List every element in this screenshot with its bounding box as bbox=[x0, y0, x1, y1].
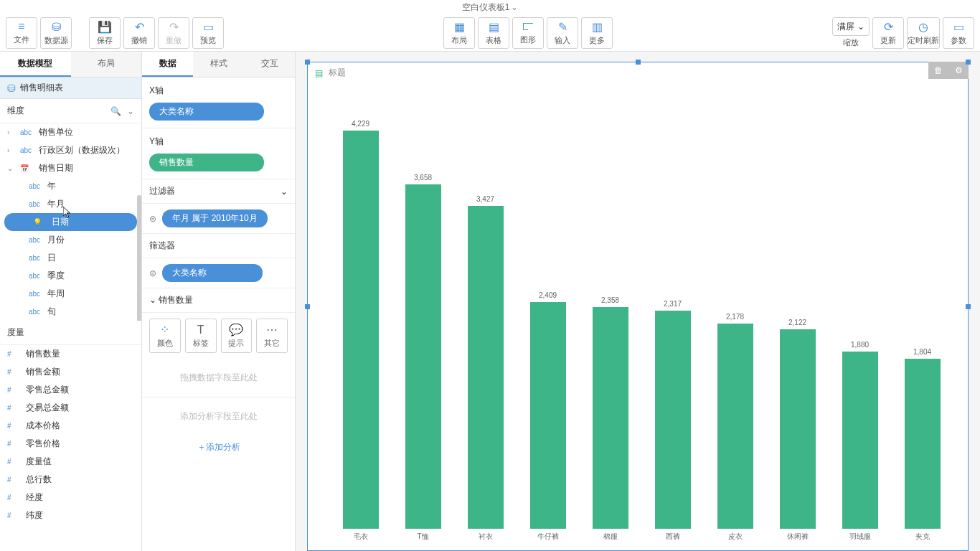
bar[interactable] bbox=[405, 184, 441, 529]
field-label: 经度 bbox=[26, 491, 43, 504]
bar-column: 1,804夹克 bbox=[891, 105, 953, 529]
dimension-item[interactable]: abc日 bbox=[0, 249, 141, 267]
dimension-item[interactable]: abc年 bbox=[0, 177, 141, 195]
xaxis-field-pill[interactable]: 大类名称 bbox=[149, 103, 264, 121]
more-button[interactable]: ▥更多 bbox=[581, 17, 613, 49]
other-box[interactable]: ⋯其它 bbox=[256, 319, 288, 353]
tooltip-box[interactable]: 💬提示 bbox=[221, 319, 253, 353]
filter-section-header[interactable]: 过滤器⌄ bbox=[142, 179, 295, 204]
canvas-area[interactable]: 🗑 ⚙ ▤ 标题 4,229毛衣3,658T恤3,427衬衣2,409牛仔裤2,… bbox=[296, 52, 980, 551]
dimension-item[interactable]: abc年月 bbox=[0, 195, 141, 213]
refresh-icon: ⟳ bbox=[884, 20, 893, 34]
input-button[interactable]: ✎输入 bbox=[547, 17, 578, 49]
bar-category-label: 皮衣 bbox=[728, 532, 743, 542]
field-label: 销售金额 bbox=[26, 366, 60, 378]
refresh-button[interactable]: ⟳更新 bbox=[872, 17, 904, 49]
field-label: 销售数量 bbox=[26, 348, 60, 360]
measure-item[interactable]: #经度 bbox=[0, 489, 141, 507]
chevron-down-icon: ⌄ bbox=[857, 22, 864, 32]
field-type-icon: 📅 bbox=[20, 164, 34, 172]
undo-button[interactable]: ↶撤销 bbox=[123, 17, 155, 49]
window-title[interactable]: 空白仪表板1⌄ bbox=[0, 0, 980, 14]
zoom-select[interactable]: 满屏⌄ bbox=[832, 17, 870, 36]
measure-item[interactable]: #交易总金额 bbox=[0, 399, 141, 417]
series-header[interactable]: ⌄ 销售数量 bbox=[142, 288, 295, 313]
label-box[interactable]: T标签 bbox=[185, 319, 217, 353]
bar-column: 2,122休闲裤 bbox=[766, 105, 829, 529]
search-icon[interactable]: 🔍 bbox=[110, 106, 121, 116]
layout-button[interactable]: ▦布局 bbox=[443, 17, 475, 49]
resize-handle[interactable] bbox=[966, 304, 971, 309]
field-type-icon: abc bbox=[20, 146, 34, 154]
bar[interactable] bbox=[655, 311, 691, 529]
dimension-item[interactable]: ⌄📅销售日期 bbox=[0, 159, 141, 177]
measure-item[interactable]: #零售价格 bbox=[0, 435, 141, 453]
tab-style[interactable]: 样式 bbox=[193, 52, 244, 77]
graphic-button[interactable]: ⫍图形 bbox=[512, 17, 544, 49]
tab-data[interactable]: 数据 bbox=[142, 52, 193, 77]
bar-value-label: 3,658 bbox=[414, 174, 432, 182]
chevron-down-icon[interactable]: ⌄ bbox=[127, 106, 134, 116]
widget-title[interactable]: 标题 bbox=[329, 67, 346, 79]
measure-item[interactable]: #成本价格 bbox=[0, 417, 141, 435]
measure-item[interactable]: #销售金额 bbox=[0, 363, 141, 381]
tab-interact[interactable]: 交互 bbox=[244, 52, 295, 77]
bar-category-label: 羽绒服 bbox=[849, 532, 871, 542]
dimension-item[interactable]: abc月份 bbox=[0, 231, 141, 249]
dimension-item[interactable]: ›abc行政区划（数据级次） bbox=[0, 141, 141, 159]
timed-refresh-button[interactable]: ◷定时刷新 bbox=[907, 17, 940, 49]
measure-icon: # bbox=[7, 440, 22, 448]
resize-handle[interactable] bbox=[305, 304, 310, 309]
text-icon: T bbox=[197, 324, 204, 336]
redo-button[interactable]: ↷重做 bbox=[158, 17, 189, 49]
database-icon: ⛁ bbox=[52, 20, 61, 34]
measure-item[interactable]: #总行数 bbox=[0, 471, 141, 489]
scrollbar[interactable] bbox=[137, 195, 141, 321]
database-icon: ⛁ bbox=[7, 83, 16, 94]
measure-item[interactable]: #度量值 bbox=[0, 453, 141, 471]
tab-layout[interactable]: 布局 bbox=[71, 52, 142, 77]
dimension-item[interactable]: ›abc销售单位 bbox=[0, 123, 141, 141]
delete-button[interactable]: 🗑 bbox=[928, 62, 948, 79]
resize-handle[interactable] bbox=[636, 60, 641, 65]
field-type-icon: abc bbox=[29, 182, 43, 190]
bar[interactable] bbox=[593, 307, 628, 529]
measure-item[interactable]: #销售数量 bbox=[0, 345, 141, 363]
tab-data-model[interactable]: 数据模型 bbox=[0, 52, 71, 77]
add-analysis-button[interactable]: ＋添加分析 bbox=[142, 435, 295, 459]
measure-item[interactable]: #零售总金额 bbox=[0, 381, 141, 399]
bar[interactable] bbox=[468, 206, 504, 529]
measure-icon: # bbox=[7, 404, 22, 412]
dimension-item[interactable]: abc旬 bbox=[0, 303, 141, 321]
save-button[interactable]: 💾保存 bbox=[89, 17, 121, 49]
measure-icon: # bbox=[7, 350, 22, 358]
bar[interactable] bbox=[842, 352, 878, 529]
field-label: 总行数 bbox=[26, 474, 52, 486]
dimension-item[interactable]: abc年周 bbox=[0, 285, 141, 303]
bar[interactable] bbox=[780, 329, 816, 529]
field-type-icon: abc bbox=[29, 200, 43, 208]
measure-item[interactable]: #纬度 bbox=[0, 507, 141, 524]
resize-handle[interactable] bbox=[305, 60, 310, 65]
selector-pill[interactable]: 大类名称 bbox=[162, 264, 263, 282]
params-button[interactable]: ▭参数 bbox=[943, 17, 974, 49]
resize-handle[interactable] bbox=[966, 60, 971, 65]
file-button[interactable]: ≡文件 bbox=[6, 17, 37, 49]
datasource-row[interactable]: ⛁ 销售明细表 bbox=[0, 77, 141, 99]
dimension-item[interactable]: 💡日期 bbox=[4, 213, 137, 231]
color-box[interactable]: ⁘颜色 bbox=[149, 319, 181, 353]
bar[interactable] bbox=[717, 324, 753, 529]
datasource-name: 销售明细表 bbox=[20, 82, 63, 94]
table-button[interactable]: ▤表格 bbox=[478, 17, 509, 49]
yaxis-field-pill[interactable]: 销售数量 bbox=[149, 154, 264, 171]
link-icon: ⊜ bbox=[149, 268, 156, 278]
dimension-item[interactable]: abc季度 bbox=[0, 267, 141, 285]
datasource-button[interactable]: ⛁数据源 bbox=[40, 17, 72, 49]
bar[interactable] bbox=[530, 302, 566, 529]
preview-button[interactable]: ▭预览 bbox=[192, 17, 224, 49]
bar[interactable] bbox=[343, 131, 379, 529]
bar[interactable] bbox=[905, 359, 941, 529]
filter-pill[interactable]: 年月 属于 2010年10月 bbox=[162, 209, 268, 227]
chart-widget[interactable]: 🗑 ⚙ ▤ 标题 4,229毛衣3,658T恤3,427衬衣2,409牛仔裤2,… bbox=[307, 62, 969, 551]
preview-icon: ▭ bbox=[203, 20, 214, 34]
